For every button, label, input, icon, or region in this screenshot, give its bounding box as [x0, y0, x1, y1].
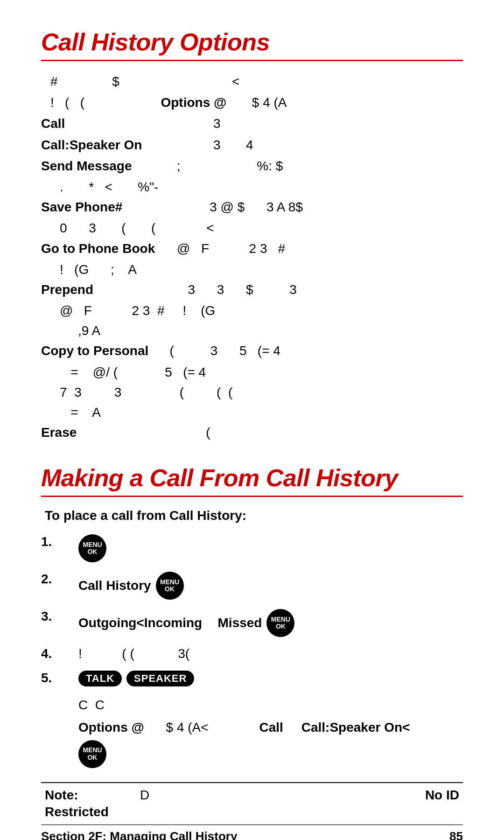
menu-ok-btn-2[interactable]: MENUOK — [156, 572, 184, 600]
save-phone-sub-text: 0 3 ( ( < — [60, 219, 214, 237]
menu-ok-btn-5[interactable]: MENUOK — [78, 740, 106, 768]
step-3-content: Outgoing<Incoming Missed MENUOK — [78, 609, 463, 637]
option-call-content: 3 — [162, 114, 463, 133]
option-call-speaker: Call:Speaker On 3 4 — [41, 136, 463, 154]
step-2-text: Call History — [78, 578, 151, 593]
option-send-message-label: Send Message — [41, 157, 162, 175]
section1: Call History Options # $ < ! ( ( Options… — [41, 28, 463, 441]
option-go-phone-book: Go to Phone Book @ F 2 3 # — [41, 239, 463, 258]
step-5-number: 5. — [41, 671, 78, 686]
step-5-container: 5. TALK SPEAKER C C Options @ $ 4 (A< Ca… — [41, 671, 463, 768]
prepend-sub1: @ F 2 3 # ! (G — [41, 301, 463, 320]
copy-personal-sub3-text: = A — [60, 403, 101, 421]
options-table: Call 3 Call:Speaker On 3 4 Send Message … — [41, 114, 463, 441]
option-call: Call 3 — [41, 114, 463, 133]
section2-title: Making a Call From Call History — [41, 464, 463, 492]
note-cell: Note: D No ID Restricted — [41, 783, 463, 825]
option-send-message-content: ; %: $ — [162, 157, 463, 175]
talk-btn[interactable]: TALK — [78, 671, 122, 686]
go-phone-book-sub: ! (G ; A — [41, 260, 463, 279]
prepend-sub2: ,9 A — [41, 322, 463, 340]
go-phone-book-sub-text: ! (G ; A — [60, 260, 137, 279]
note-restricted-label: Restricted — [45, 805, 109, 819]
step-5-sub2-text: Options @ $ 4 (A< Call Call:Speaker On< — [78, 718, 410, 736]
send-message-sub: . * < %"- — [41, 178, 463, 196]
section2-rule — [41, 496, 463, 497]
option-prepend-label: Prepend — [41, 280, 162, 299]
intro-row1: # $ < — [41, 72, 463, 91]
option-erase: Erase ( — [41, 423, 463, 441]
prepend-sub1-text: @ F 2 3 # ! (G — [60, 301, 215, 320]
intro-text1: # $ < — [50, 72, 239, 91]
step-3: 3. Outgoing<Incoming Missed MENUOK — [41, 609, 463, 637]
step-4-text: ! ( ( 3( — [78, 646, 189, 661]
prepend-sub2-text: ,9 A — [60, 322, 100, 340]
option-go-phone-book-label: Go to Phone Book — [41, 239, 162, 258]
note-row: Note: D No ID Restricted — [41, 783, 463, 825]
step-2-content: Call History MENUOK — [78, 572, 463, 600]
option-erase-label: Erase — [41, 423, 162, 441]
note-label: Note: — [45, 788, 78, 803]
step-5-sub3: MENUOK — [41, 740, 463, 768]
step-5: 5. TALK SPEAKER — [41, 671, 463, 686]
menu-ok-btn-1[interactable]: MENUOK — [78, 534, 106, 562]
step-3-missed: Missed — [207, 616, 262, 630]
copy-personal-sub3: = A — [41, 403, 463, 421]
save-phone-sub: 0 3 ( ( < — [41, 219, 463, 237]
option-save-phone-content: 3 @ $ 3 A 8$ — [162, 198, 463, 216]
intro-row2: ! ( ( Options @ $ 4 (A — [41, 93, 463, 112]
copy-personal-sub1-text: = @/ ( 5 (= 4 — [60, 363, 206, 381]
step-5-sub2: Options @ $ 4 (A< Call Call:Speaker On< — [41, 718, 463, 736]
option-erase-content: ( — [162, 423, 463, 441]
step-1: 1. MENUOK — [41, 534, 463, 562]
option-go-phone-book-content: @ F 2 3 # — [162, 239, 463, 258]
step-2-number: 2. — [41, 572, 78, 587]
step-1-content: MENUOK — [78, 534, 463, 562]
step-5-content: TALK SPEAKER — [78, 671, 463, 686]
section2: Making a Call From Call History To place… — [41, 464, 463, 825]
step-3-text: Outgoing<Incoming — [78, 616, 202, 630]
step-5-sub1: C C — [41, 696, 463, 714]
page-footer: Section 2F: Managing Call History 85 — [41, 824, 463, 840]
step-5-sub1-text: C C — [78, 698, 105, 712]
option-copy-personal-content: ( 3 5 (= 4 — [162, 342, 463, 360]
option-send-message: Send Message ; %: $ — [41, 157, 463, 175]
option-call-speaker-content: 3 4 — [162, 136, 463, 154]
footer-page-number: 85 — [449, 829, 463, 840]
intro-text2: ! ( ( Options @ $ 4 (A — [50, 93, 287, 112]
copy-personal-sub2-text: 7 3 3 ( ( ( — [60, 383, 232, 401]
step-4-number: 4. — [41, 646, 78, 661]
copy-personal-sub1: = @/ ( 5 (= 4 — [41, 363, 463, 381]
option-prepend-content: 3 3 $ 3 — [162, 280, 463, 299]
speaker-btn[interactable]: SPEAKER — [126, 671, 194, 686]
instruction-text: To place a call from Call History: — [41, 508, 463, 523]
step-4: 4. ! ( ( 3( — [41, 646, 463, 661]
option-call-label: Call — [41, 114, 162, 133]
step-4-content: ! ( ( 3( — [78, 646, 463, 661]
note-no-id: No ID — [425, 788, 459, 803]
section1-rule — [41, 60, 463, 61]
step-3-number: 3. — [41, 609, 78, 624]
option-copy-personal-label: Copy to Personal — [41, 342, 162, 360]
copy-personal-sub2: 7 3 3 ( ( ( — [41, 383, 463, 401]
steps-list: 1. MENUOK 2. Call History MENUOK 3. Outg… — [41, 534, 463, 768]
option-save-phone: Save Phone# 3 @ $ 3 A 8$ — [41, 198, 463, 216]
option-call-speaker-label: Call:Speaker On — [41, 136, 162, 154]
note-table: Note: D No ID Restricted — [41, 782, 463, 825]
step-1-number: 1. — [41, 534, 78, 549]
note-content: D — [82, 788, 150, 803]
page-content: Call History Options # $ < ! ( ( Options… — [0, 0, 504, 840]
menu-ok-btn-3[interactable]: MENUOK — [266, 609, 294, 637]
option-prepend: Prepend 3 3 $ 3 — [41, 280, 463, 299]
send-message-sub-text: . * < %"- — [60, 178, 158, 196]
option-save-phone-label: Save Phone# — [41, 198, 162, 216]
section1-title: Call History Options — [41, 28, 463, 56]
footer-section-label: Section 2F: Managing Call History — [41, 829, 237, 840]
step-2: 2. Call History MENUOK — [41, 572, 463, 600]
option-copy-personal: Copy to Personal ( 3 5 (= 4 — [41, 342, 463, 360]
